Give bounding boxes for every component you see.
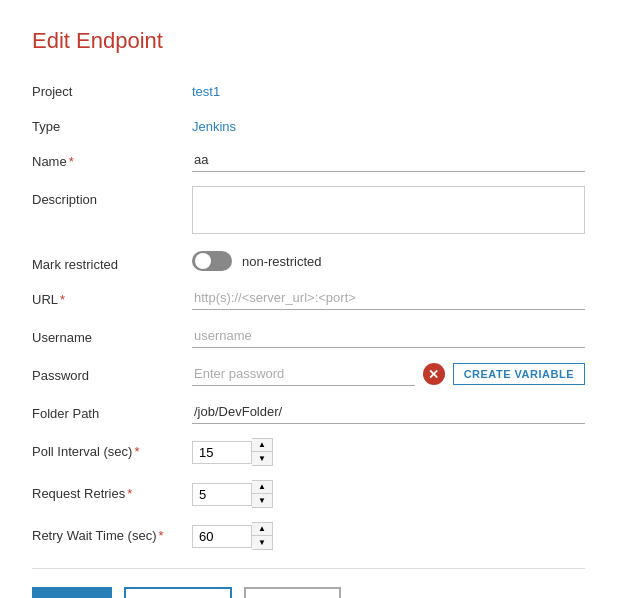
mark-restricted-control: non-restricted <box>192 251 585 271</box>
retry-wait-input[interactable] <box>192 525 252 548</box>
folder-path-input[interactable] <box>192 400 585 424</box>
edit-endpoint-dialog: Edit Endpoint Project test1 Type Jenkins… <box>0 0 617 598</box>
poll-interval-down-button[interactable]: ▼ <box>252 452 272 465</box>
poll-interval-input[interactable] <box>192 441 252 464</box>
footer-divider <box>32 568 585 569</box>
retry-wait-label: Retry Wait Time (sec)* <box>32 522 192 543</box>
username-input[interactable] <box>192 324 585 348</box>
retry-wait-up-button[interactable]: ▲ <box>252 523 272 536</box>
type-row: Type Jenkins <box>32 113 585 134</box>
retry-wait-field-wrap: ▲ ▼ <box>192 522 585 550</box>
password-label: Password <box>32 362 192 383</box>
request-retries-input[interactable] <box>192 483 252 506</box>
description-input[interactable] <box>192 186 585 234</box>
password-row: Password ✕ CREATE VARIABLE <box>32 362 585 386</box>
type-value: Jenkins <box>192 113 585 134</box>
toggle-label: non-restricted <box>242 254 321 269</box>
password-input[interactable] <box>192 362 415 386</box>
poll-interval-up-button[interactable]: ▲ <box>252 439 272 452</box>
name-input[interactable] <box>192 148 585 172</box>
username-row: Username <box>32 324 585 348</box>
url-field-wrap <box>192 286 585 310</box>
password-input-wrap <box>192 362 415 386</box>
poll-interval-field-wrap: ▲ ▼ <box>192 438 585 466</box>
project-value: test1 <box>192 78 585 99</box>
validate-button[interactable]: VALIDATE <box>124 587 231 598</box>
cancel-button[interactable]: CANCEL <box>244 587 341 598</box>
mark-restricted-label: Mark restricted <box>32 251 192 272</box>
url-row: URL* <box>32 286 585 310</box>
dialog-title: Edit Endpoint <box>32 28 585 54</box>
project-label: Project <box>32 78 192 99</box>
request-retries-field-wrap: ▲ ▼ <box>192 480 585 508</box>
footer-buttons: SAVE VALIDATE CANCEL <box>32 587 585 598</box>
save-button[interactable]: SAVE <box>32 587 112 598</box>
create-variable-button[interactable]: CREATE VARIABLE <box>453 363 585 385</box>
url-input[interactable] <box>192 286 585 310</box>
folder-path-field-wrap <box>192 400 585 424</box>
request-retries-row: Request Retries* ▲ ▼ <box>32 480 585 508</box>
name-field-wrap <box>192 148 585 172</box>
mark-restricted-row: Mark restricted non-restricted <box>32 251 585 272</box>
poll-interval-spinner: ▲ ▼ <box>252 438 273 466</box>
request-retries-label: Request Retries* <box>32 480 192 501</box>
username-label: Username <box>32 324 192 345</box>
retry-wait-down-button[interactable]: ▼ <box>252 536 272 549</box>
name-row: Name* <box>32 148 585 172</box>
retry-wait-row: Retry Wait Time (sec)* ▲ ▼ <box>32 522 585 550</box>
restricted-toggle[interactable] <box>192 251 232 271</box>
project-row: Project test1 <box>32 78 585 99</box>
url-label: URL* <box>32 286 192 307</box>
description-row: Description <box>32 186 585 237</box>
poll-interval-row: Poll Interval (sec)* ▲ ▼ <box>32 438 585 466</box>
password-field-wrap: ✕ CREATE VARIABLE <box>192 362 585 386</box>
request-retries-up-button[interactable]: ▲ <box>252 481 272 494</box>
retry-wait-spinner: ▲ ▼ <box>252 522 273 550</box>
clear-password-button[interactable]: ✕ <box>423 363 445 385</box>
description-label: Description <box>32 186 192 207</box>
name-label: Name* <box>32 148 192 169</box>
request-retries-down-button[interactable]: ▼ <box>252 494 272 507</box>
poll-interval-label: Poll Interval (sec)* <box>32 438 192 459</box>
folder-path-row: Folder Path <box>32 400 585 424</box>
username-field-wrap <box>192 324 585 348</box>
description-field-wrap <box>192 186 585 237</box>
type-label: Type <box>32 113 192 134</box>
folder-path-label: Folder Path <box>32 400 192 421</box>
request-retries-spinner: ▲ ▼ <box>252 480 273 508</box>
